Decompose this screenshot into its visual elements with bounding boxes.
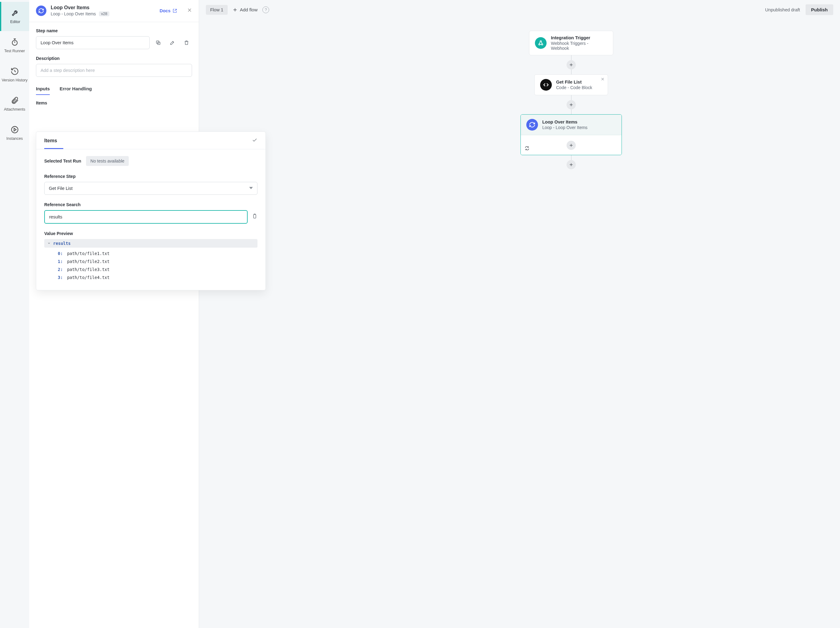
version-chip: v28 [99,11,109,16]
docs-label: Docs [160,8,171,13]
add-flow-button[interactable]: Add flow [232,7,258,12]
reference-step-select[interactable]: Get File List [44,182,257,195]
delete-step-button[interactable] [181,37,192,48]
panel-body: Step name Description Inputs Error Handl… [29,22,199,628]
popover-title: Items [44,138,57,144]
description-label: Description [36,56,192,61]
plus-icon [569,103,573,107]
plus-icon [569,63,573,67]
reference-search-label: Reference Search [44,202,257,207]
nav-test-runner[interactable]: Test Runner [0,31,29,60]
panel-tabs: Inputs Error Handling [36,86,192,95]
step-name-input[interactable] [36,36,150,49]
external-link-icon [172,8,177,13]
node-subtitle: Code - Code Block [556,85,592,90]
add-step-in-loop-button[interactable] [567,141,576,150]
loop-icon [526,119,538,131]
node-code[interactable]: Get File List Code - Code Block [534,74,608,95]
node-close-button[interactable] [601,77,605,82]
node-title: Get File List [556,80,592,85]
svg-point-6 [542,44,543,45]
copy-icon [155,40,161,46]
nav-editor[interactable]: Editor [0,2,29,31]
webhook-icon [535,37,546,49]
tab-inputs[interactable]: Inputs [36,86,50,95]
help-button[interactable]: ? [262,6,269,13]
nav-label: Test Runner [4,49,25,54]
value-preview-label: Value Preview [44,231,257,236]
reference-popover: Items Selected Test Run No tests availab… [36,131,266,290]
loop-body [521,135,622,155]
add-step-button[interactable] [567,60,576,69]
description-input[interactable] [36,64,192,77]
node-loop-header[interactable]: Loop Over Items Loop - Loop Over Items [521,115,622,135]
loop-icon [36,6,46,16]
reference-step-label: Reference Step [44,174,257,179]
reference-search-input[interactable] [44,210,248,224]
side-nav: Editor Test Runner Version History Attac… [0,0,29,628]
close-icon [187,8,192,13]
add-step-button[interactable] [567,160,576,169]
popover-confirm-button[interactable] [252,137,257,144]
nav-version-history[interactable]: Version History [0,60,29,89]
svg-point-1 [11,126,18,133]
preview-line[interactable]: 1: path/to/file2.txt [58,257,257,265]
nav-label: Attachments [4,107,25,112]
step-name-label: Step name [36,28,192,33]
add-step-button[interactable] [567,100,576,109]
nav-instances[interactable]: Instances [0,118,29,148]
publish-button[interactable]: Publish [805,4,833,15]
plus-icon [232,7,237,12]
step-panel: Loop Over Items Loop - Loop Over Items v… [29,0,199,628]
node-title: Integration Trigger [551,35,608,40]
chevron-down-icon [249,186,253,191]
close-icon [601,77,605,81]
tab-error-handling[interactable]: Error Handling [60,86,92,95]
panel-title: Loop Over Items [51,5,155,11]
node-trigger[interactable]: Integration Trigger Webhook Triggers - W… [529,31,613,55]
loop-repeat-icon [524,146,530,152]
copy-step-button[interactable] [153,37,164,48]
trash-icon [184,40,189,46]
nav-label: Instances [6,136,23,141]
clipboard-icon [252,213,257,219]
preview-root-key: results [53,241,71,246]
nav-label: Version History [2,78,27,83]
copy-reference-button[interactable] [252,213,257,220]
flow-graph: Integration Trigger Webhook Triggers - W… [507,31,636,169]
code-icon [540,79,552,91]
node-subtitle: Loop - Loop Over Items [542,125,587,130]
preview-line[interactable]: 3: path/to/file4.txt [58,273,257,281]
svg-point-0 [12,40,17,45]
preview-line[interactable]: 2: path/to/file3.txt [58,265,257,273]
draft-status: Unpublished draft [765,7,800,12]
chevron-down-icon [47,241,51,246]
value-preview: results 0: path/to/file1.txt1: path/to/f… [44,239,257,281]
edit-step-button[interactable] [167,37,178,48]
node-title: Loop Over Items [542,120,587,125]
reference-step-value: Get File List [49,186,73,191]
flow-canvas[interactable]: Flow 1 Add flow ? Unpublished draft Publ… [199,0,840,628]
docs-link[interactable]: Docs [160,8,177,13]
wrench-icon [11,9,20,17]
node-loop-container[interactable]: Loop Over Items Loop - Loop Over Items [521,114,622,155]
nav-label: Editor [10,20,20,25]
preview-root-row[interactable]: results [44,239,257,248]
node-subtitle: Webhook Triggers - Webhook [551,41,608,51]
panel-header: Loop Over Items Loop - Loop Over Items v… [29,0,199,22]
flow-tab[interactable]: Flow 1 [206,5,228,15]
items-label: Items [36,101,192,106]
canvas-topbar: Flow 1 Add flow ? Unpublished draft Publ… [199,0,840,19]
edit-icon [170,40,175,46]
panel-close-button[interactable] [187,8,192,14]
plus-icon [569,163,573,167]
svg-point-5 [538,44,540,45]
nav-attachments[interactable]: Attachments [0,89,29,118]
history-icon [11,67,19,76]
preview-line[interactable]: 0: path/to/file1.txt [58,249,257,257]
check-icon [252,137,257,143]
add-flow-label: Add flow [240,7,258,12]
play-circle-icon [11,125,19,134]
plus-icon [569,143,573,147]
paperclip-icon [11,96,19,105]
